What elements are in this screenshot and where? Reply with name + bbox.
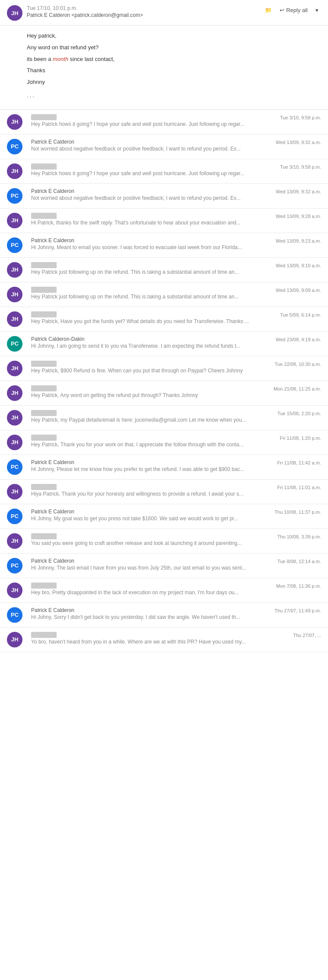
thread-preview: You said you were going to craft another…	[31, 540, 273, 546]
thread-item[interactable]: JH Johnny H Hey Patrick, $900 Refund is …	[0, 356, 328, 381]
avatar: PC	[7, 237, 22, 253]
thread-item[interactable]: JH Johnny H Hey Patrick hows it going? I…	[0, 159, 328, 184]
thread-sender: Johnny H	[31, 361, 271, 367]
thread-item[interactable]: PC Patrick E Calderon Hi Johny, Sorry I …	[0, 603, 328, 628]
email-body: Hey patrick, Any word on that refund yet…	[0, 26, 328, 110]
avatar: PC	[7, 188, 22, 204]
thread-sender: Johnny H	[31, 114, 276, 120]
thread-item[interactable]: JH Johnny H You said you were going to c…	[0, 529, 328, 554]
thread-item[interactable]: JH Johnny H Hey Patrick, Have you got th…	[0, 307, 328, 332]
thread-content: Patrick E Calderon Hi Johnny, Please let…	[31, 459, 273, 472]
thread-item[interactable]: JH Johnny H Hey Patrick, my Paypal detai…	[0, 406, 328, 430]
thread-sender: Johnny H	[31, 213, 271, 219]
thread-preview: Hi Johnny, The last email I have from yo…	[31, 565, 273, 571]
thread-item[interactable]: PC Patrick E Calderon Hi Johnny, Please …	[0, 455, 328, 480]
thread-content: Johnny H Hey Patrick, Thank you for your…	[31, 435, 276, 448]
thread-item[interactable]: JH Johnny H Hey Patrick, Thank you for y…	[0, 430, 328, 455]
thread-item[interactable]: PC Patrick E Calderon Not worried about …	[0, 184, 328, 208]
avatar: JH	[7, 484, 22, 500]
body-line3-highlight: month	[53, 56, 68, 62]
thread-list: JH Johnny H Hey Patrick hows it going? I…	[0, 110, 328, 652]
reply-all-button[interactable]: ↩ Reply all	[277, 5, 310, 15]
thread-sender: Johnny H	[31, 311, 276, 317]
thread-content: Johnny H Hiya Patrick, Thank you for you…	[31, 484, 273, 497]
thread-item[interactable]: JH Johnny H Hi Patrick, thanks for the s…	[0, 208, 328, 233]
thread-preview: Hiya Patrick, Thank you for your honesty…	[31, 491, 273, 497]
thread-item[interactable]: JH Johnny H Hey Patrick, Any word on get…	[0, 381, 328, 406]
thread-time: Wed 13/09, 9:09 a.m.	[276, 287, 321, 293]
thread-preview: Hey Patrick, Any word on getting the ref…	[31, 392, 269, 398]
thread-content: Johnny H Hey Patrick just following up o…	[31, 287, 271, 300]
avatar: PC	[7, 459, 22, 475]
thread-time: Wed 13/09, 9:28 a.m.	[276, 213, 321, 219]
thread-preview: Hey Patrick, my Paypal details/email is …	[31, 417, 273, 423]
thread-preview: Hi Johnny, Please let me know how you pr…	[31, 466, 273, 472]
archive-button[interactable]: 📁	[262, 5, 274, 15]
email-meta: Tue 17/10, 10:01 p.m. Patrick E Calderon…	[27, 5, 262, 18]
thread-content: Patrick E Calderon Hi Johny, My goal was…	[31, 509, 270, 522]
thread-sender: Johnny H	[31, 632, 289, 638]
thread-preview: Yo bro, haven't heard from you in a whil…	[31, 639, 289, 645]
avatar: JH	[7, 213, 22, 228]
thread-time: Fri 11/08, 1:20 p.m.	[280, 435, 321, 441]
email-actions: 📁 ↩ Reply all ▾	[262, 5, 321, 15]
thread-item[interactable]: PC Patrick Calderon-Dakin Hi Johnny, I a…	[0, 332, 328, 356]
archive-icon: 📁	[265, 7, 272, 13]
avatar: JH	[7, 287, 22, 302]
avatar: JH	[7, 163, 22, 179]
thread-content: Johnny H You said you were going to craf…	[31, 533, 273, 546]
thread-item[interactable]: JH Johnny H Hey Patrick hows it going? I…	[0, 110, 328, 135]
avatar: JH	[7, 410, 22, 426]
thread-sender: Johnny H	[31, 533, 273, 539]
thread-item[interactable]: JH Johnny H Hiya Patrick, Thank you for …	[0, 480, 328, 504]
avatar: JH	[7, 5, 22, 21]
avatar: JH	[7, 114, 22, 130]
thread-time: Tue 3/10, 9:58 p.m.	[280, 114, 321, 120]
thread-preview: Hi Patrick, thanks for the swift reply. …	[31, 220, 271, 226]
thread-time: Tue 22/08, 10:30 a.m.	[275, 361, 321, 367]
thread-item[interactable]: PC Patrick E Calderon Hi Johnny, Meant t…	[0, 233, 328, 258]
more-options-button[interactable]: ▾	[313, 5, 321, 15]
thread-item[interactable]: JH Johnny H Hey Patrick just following u…	[0, 258, 328, 282]
email-sender: Patrick E Calderon <patrick.calderon@gma…	[27, 12, 262, 18]
thread-item[interactable]: JH Johnny H Yo bro, haven't heard from y…	[0, 628, 328, 652]
thread-sender: Patrick E Calderon	[31, 188, 271, 194]
thread-content: Johnny H Yo bro, haven't heard from you …	[31, 632, 289, 645]
thread-sender: Johnny H	[31, 163, 276, 170]
thread-sender: Johnny H	[31, 583, 272, 589]
avatar: JH	[7, 583, 22, 598]
thread-content: Johnny H Hey bro, Pretty disappointed in…	[31, 583, 272, 596]
thread-item[interactable]: PC Patrick E Calderon Not worried about …	[0, 135, 328, 159]
thread-item[interactable]: JH Johnny H Hey Patrick just following u…	[0, 282, 328, 307]
thread-time: Wed 13/09, 9:32 a.m.	[276, 139, 321, 145]
body-line2: Any word on that refund yet?	[27, 43, 301, 52]
body-line4: Thanks	[27, 66, 301, 75]
thread-preview: Hey Patrick, Thank you for your work on …	[31, 442, 276, 448]
thread-content: Johnny H Hey Patrick, Have you got the f…	[31, 311, 276, 324]
thread-preview: Hi Johnny, Meant to email you sooner. I …	[31, 244, 271, 250]
avatar: PC	[7, 607, 22, 623]
thread-sender: Patrick E Calderon	[31, 139, 271, 145]
body-line3-suffix: since last contact,	[68, 56, 115, 62]
thread-sender: Patrick Calderon-Dakin	[31, 336, 271, 342]
avatar: JH	[7, 385, 22, 401]
thread-time: Wed 13/09, 9:23 a.m.	[276, 237, 321, 243]
thread-item[interactable]: PC Patrick E Calderon Hi Johnny, The las…	[0, 554, 328, 578]
thread-item[interactable]: PC Patrick E Calderon Hi Johny, My goal …	[0, 504, 328, 529]
avatar: JH	[7, 311, 22, 327]
thread-time: Fri 11/08, 11:42 a.m.	[277, 459, 322, 465]
thread-item[interactable]: JH Johnny H Hey bro, Pretty disappointed…	[0, 578, 328, 603]
thread-sender: Patrick E Calderon	[31, 459, 273, 465]
thread-content: Johnny H Hey Patrick hows it going? I ho…	[31, 114, 276, 127]
thread-preview: Not worried about negative feedback or p…	[31, 146, 271, 152]
avatar: JH	[7, 632, 22, 647]
thread-content: Patrick E Calderon Hi Johnny, The last e…	[31, 558, 273, 571]
thread-content: Johnny H Hey Patrick, Any word on gettin…	[31, 385, 269, 398]
avatar: JH	[7, 435, 22, 450]
thread-time: Mon 21/08, 11:25 a.m.	[274, 385, 321, 391]
thread-preview: Hey Patrick hows it going? I hope your s…	[31, 170, 276, 176]
reply-icon: ↩	[280, 7, 284, 13]
thread-time: Thu 10/08, 3:39 p.m.	[277, 533, 321, 539]
avatar: JH	[7, 361, 22, 376]
avatar: PC	[7, 336, 22, 352]
